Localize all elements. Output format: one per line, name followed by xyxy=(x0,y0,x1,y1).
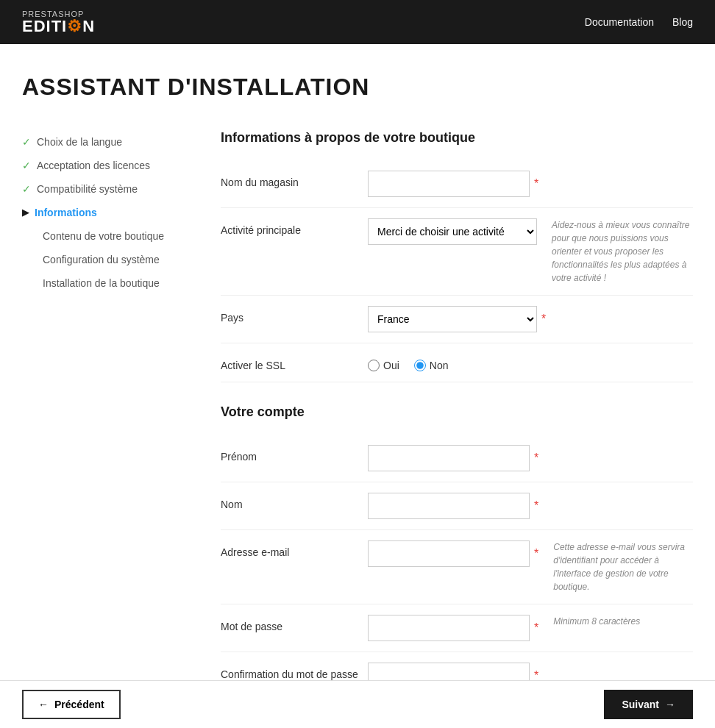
prev-label: Précédent xyxy=(54,699,104,710)
main-container: ASSISTANT D'INSTALLATION ✓ Choix de la l… xyxy=(0,44,715,728)
prenom-control: * xyxy=(368,445,538,471)
password-hint: Minimum 8 caractères xyxy=(553,615,640,628)
documentation-link[interactable]: Documentation xyxy=(585,16,654,28)
email-required: * xyxy=(534,540,538,567)
form-row-email: Adresse e-mail * Cette adresse e-mail vo… xyxy=(221,530,693,604)
section2-gap: Votre compte xyxy=(221,404,693,420)
country-select[interactable]: France xyxy=(368,306,537,332)
page-title: ASSISTANT D'INSTALLATION xyxy=(22,74,693,101)
sidebar: ✓ Choix de la langue ✓ Acceptation des l… xyxy=(22,130,191,700)
check-icon-langue: ✓ xyxy=(22,136,31,148)
ssl-non-label: Non xyxy=(430,360,449,371)
sidebar-label-informations: Informations xyxy=(35,207,97,218)
sidebar-label-langue: Choix de la langue xyxy=(37,136,122,148)
prev-arrow-icon: ← xyxy=(38,699,49,710)
form-row-nom: Nom * xyxy=(221,482,693,530)
email-hint: Cette adresse e-mail vous servira d'iden… xyxy=(553,540,693,593)
password-control: * xyxy=(368,615,538,641)
sidebar-item-compatibilite[interactable]: ✓ Compatibilité système xyxy=(22,177,191,201)
sidebar-label-compatibilite: Compatibilité système xyxy=(37,183,138,195)
ssl-oui-radio[interactable] xyxy=(368,360,380,371)
header-nav: Documentation Blog xyxy=(585,16,693,28)
header: PRESTASHOP EDITI⚙N Documentation Blog xyxy=(0,0,715,44)
country-required: * xyxy=(541,306,546,332)
sidebar-label-installation: Installation de la boutique xyxy=(43,277,160,289)
form-row-ssl: Activer le SSL Oui Non xyxy=(221,343,693,382)
ssl-label: Activer le SSL xyxy=(221,354,368,371)
activity-control: Merci de choisir une activité xyxy=(368,218,537,245)
ssl-oui-option[interactable]: Oui xyxy=(368,360,399,371)
ssl-radio-group: Oui Non xyxy=(368,354,448,371)
form-row-country: Pays France * xyxy=(221,296,693,343)
password-label: Mot de passe xyxy=(221,615,368,632)
arrow-icon-informations: ▶ xyxy=(22,207,29,218)
email-label: Adresse e-mail xyxy=(221,540,368,558)
logo-icon: ⚙ xyxy=(67,17,82,35)
country-control: France * xyxy=(368,306,546,332)
sidebar-label-licences: Acceptation des licences xyxy=(37,160,150,171)
store-name-label: Nom du magasin xyxy=(221,171,368,188)
activity-label: Activité principale xyxy=(221,218,368,236)
section2-title: Votre compte xyxy=(221,404,693,420)
activity-select[interactable]: Merci de choisir une activité xyxy=(368,218,537,245)
password-input[interactable] xyxy=(368,615,530,641)
logo: PRESTASHOP EDITI⚙N xyxy=(22,10,95,35)
store-name-control: * xyxy=(368,171,538,197)
prev-button[interactable]: ← Précédent xyxy=(22,690,121,719)
next-label: Suivant xyxy=(622,699,659,710)
sidebar-item-configuration[interactable]: Configuration du système xyxy=(22,248,191,271)
sidebar-label-contenu: Contenu de votre boutique xyxy=(43,230,164,242)
content-layout: ✓ Choix de la langue ✓ Acceptation des l… xyxy=(22,130,693,700)
prenom-label: Prénom xyxy=(221,445,368,463)
sidebar-item-langue[interactable]: ✓ Choix de la langue xyxy=(22,130,191,154)
footer-bar: ← Précédent Suivant → xyxy=(0,680,715,728)
nom-control: * xyxy=(368,493,538,519)
blog-link[interactable]: Blog xyxy=(672,16,693,28)
form-area: Informations à propos de votre boutique … xyxy=(221,130,693,700)
prenom-input[interactable] xyxy=(368,445,530,471)
next-button[interactable]: Suivant → xyxy=(604,690,693,719)
nom-input[interactable] xyxy=(368,493,530,519)
sidebar-label-configuration: Configuration du système xyxy=(43,254,160,265)
nom-label: Nom xyxy=(221,493,368,510)
store-name-input[interactable] xyxy=(368,171,530,197)
prenom-required: * xyxy=(534,445,538,471)
sidebar-item-licences[interactable]: ✓ Acceptation des licences xyxy=(22,154,191,177)
ssl-non-radio[interactable] xyxy=(414,360,426,371)
store-name-required: * xyxy=(534,171,538,197)
email-control: * xyxy=(368,540,538,567)
section1-title: Informations à propos de votre boutique xyxy=(221,130,693,146)
email-input[interactable] xyxy=(368,540,530,567)
next-arrow-icon: → xyxy=(665,699,675,710)
country-label: Pays xyxy=(221,306,368,324)
check-icon-compatibilite: ✓ xyxy=(22,183,31,195)
sidebar-item-informations[interactable]: ▶ Informations xyxy=(22,201,191,224)
logo-bottom-text: EDITI⚙N xyxy=(22,18,95,35)
password-required: * xyxy=(534,615,538,641)
confirm-label: Confirmation du mot de passe xyxy=(221,663,368,680)
sidebar-item-contenu[interactable]: Contenu de votre boutique xyxy=(22,224,191,248)
nom-required: * xyxy=(534,493,538,519)
ssl-non-option[interactable]: Non xyxy=(414,360,449,371)
sidebar-item-installation[interactable]: Installation de la boutique xyxy=(22,271,191,295)
form-row-prenom: Prénom * xyxy=(221,435,693,482)
check-icon-licences: ✓ xyxy=(22,160,31,171)
form-row-store-name: Nom du magasin * xyxy=(221,160,693,208)
ssl-oui-label: Oui xyxy=(383,360,399,371)
form-row-password: Mot de passe * Minimum 8 caractères xyxy=(221,604,693,652)
form-row-activity: Activité principale Merci de choisir une… xyxy=(221,208,693,296)
activity-hint: Aidez-nous à mieux vous connaître pour q… xyxy=(552,218,693,285)
